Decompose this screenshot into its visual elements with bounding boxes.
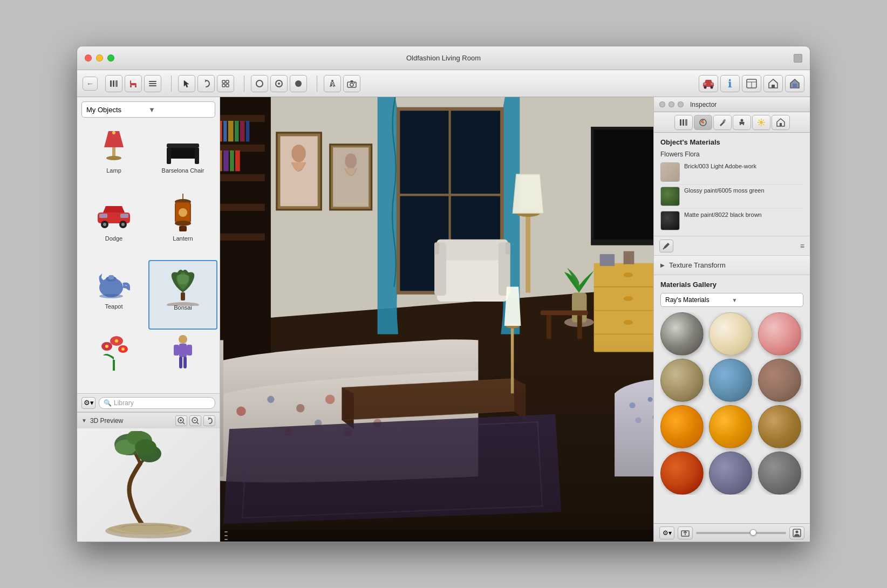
preview-collapse-icon[interactable]: ▼ bbox=[81, 418, 87, 423]
dodge-thumb bbox=[92, 196, 135, 234]
fullscreen-button[interactable] bbox=[794, 54, 802, 63]
house2-button[interactable] bbox=[785, 75, 804, 92]
gear-button[interactable]: ⚙▾ bbox=[81, 397, 95, 409]
gallery-ball-2[interactable] bbox=[709, 312, 752, 355]
inspector-person-button[interactable] bbox=[789, 527, 804, 539]
walk-button[interactable] bbox=[324, 75, 341, 92]
gallery-ball-10[interactable] bbox=[660, 452, 704, 495]
material-item-green[interactable]: Glossy paint/6005 moss green bbox=[660, 184, 803, 209]
inspector-tab-library[interactable] bbox=[674, 115, 693, 130]
zoom-out-button[interactable] bbox=[189, 415, 201, 426]
maximize-button[interactable] bbox=[107, 54, 114, 61]
gallery-ball-6[interactable] bbox=[758, 359, 801, 402]
chair-button[interactable] bbox=[125, 75, 142, 92]
svg-rect-97 bbox=[220, 234, 265, 241]
svg-point-110 bbox=[291, 145, 305, 162]
rotate-preview-button[interactable] bbox=[203, 415, 215, 426]
center-3d-view[interactable] bbox=[220, 97, 653, 542]
gallery-ball-8[interactable] bbox=[709, 405, 752, 448]
svg-rect-121 bbox=[451, 112, 498, 193]
rotate-tool[interactable] bbox=[197, 75, 215, 92]
gallery-dropdown[interactable]: Ray's Materials ▼ bbox=[660, 293, 803, 307]
inspector-close-btn[interactable] bbox=[659, 101, 665, 107]
app-window: Oldfashion Living Room ← bbox=[77, 46, 810, 542]
minimize-button[interactable] bbox=[96, 54, 103, 61]
svg-rect-2 bbox=[115, 80, 118, 87]
toolbar: ← bbox=[77, 70, 810, 97]
svg-rect-70 bbox=[187, 345, 192, 355]
inspector-title: Inspector bbox=[690, 101, 717, 108]
gallery-ball-7[interactable] bbox=[660, 405, 704, 448]
object-item-bonsai[interactable]: Bonsai bbox=[148, 260, 217, 330]
size-slider-thumb[interactable] bbox=[750, 529, 756, 536]
view-bottom-bar bbox=[220, 530, 653, 542]
search-box[interactable]: 🔍 Library bbox=[99, 397, 215, 409]
render-dot-button[interactable] bbox=[270, 75, 288, 92]
svg-rect-37 bbox=[167, 148, 199, 159]
objects-grid: Lamp Barselona Chair bbox=[77, 122, 220, 393]
svg-point-57 bbox=[99, 294, 123, 298]
camera-button[interactable] bbox=[343, 75, 360, 92]
car-icon-button[interactable] bbox=[699, 75, 718, 92]
house-button[interactable] bbox=[763, 75, 783, 92]
svg-rect-99 bbox=[223, 121, 227, 141]
inspector-max-btn[interactable] bbox=[678, 101, 684, 107]
inspector-tab-material[interactable] bbox=[694, 115, 712, 130]
material-item-brick[interactable]: Brick/003 Light Adobe-work bbox=[660, 160, 803, 184]
object-item-lantern[interactable]: Lantern bbox=[148, 192, 217, 260]
gallery-ball-9[interactable] bbox=[758, 405, 801, 448]
materials-gallery-section: Materials Gallery Ray's Materials ▼ bbox=[654, 275, 810, 498]
gallery-ball-3[interactable] bbox=[758, 312, 801, 355]
objects-dropdown[interactable]: My Objects ▼ bbox=[81, 101, 215, 118]
size-slider[interactable] bbox=[696, 532, 786, 534]
svg-point-21 bbox=[354, 83, 355, 84]
render-fill-button[interactable] bbox=[290, 75, 307, 92]
object-item-chair[interactable]: Barselona Chair bbox=[148, 124, 217, 192]
transform-tools-group bbox=[178, 75, 234, 92]
inspector-gear-button[interactable]: ⚙▾ bbox=[659, 527, 674, 539]
zoom-in-button[interactable] bbox=[175, 415, 187, 426]
object-item-teapot[interactable]: Teapot bbox=[79, 260, 148, 330]
info-button[interactable]: ℹ bbox=[720, 75, 740, 92]
teapot-thumb bbox=[92, 264, 135, 302]
gallery-ball-11[interactable] bbox=[709, 452, 752, 495]
gallery-ball-5[interactable] bbox=[709, 359, 752, 402]
object-item-flowers[interactable] bbox=[79, 330, 148, 391]
gallery-ball-12[interactable] bbox=[758, 452, 801, 495]
gallery-ball-4[interactable] bbox=[660, 359, 704, 402]
object-item-lamp[interactable]: Lamp bbox=[79, 124, 148, 192]
inspector-import-button[interactable] bbox=[678, 527, 693, 539]
snap-tool[interactable] bbox=[217, 75, 234, 92]
preview-area bbox=[77, 428, 220, 542]
inspector-tab-room[interactable] bbox=[772, 115, 790, 130]
tools-menu-icon[interactable]: ≡ bbox=[800, 242, 804, 250]
material-name-brick: Brick/003 Light Adobe-work bbox=[684, 162, 803, 170]
svg-rect-106 bbox=[230, 151, 234, 171]
material-thumb-black bbox=[660, 211, 680, 230]
svg-rect-105 bbox=[223, 151, 229, 171]
inspector-tab-figure[interactable] bbox=[733, 115, 751, 130]
material-item-black[interactable]: Matte paint/8022 black brown bbox=[660, 209, 803, 233]
object-item-figure[interactable] bbox=[148, 330, 217, 391]
svg-line-182 bbox=[759, 120, 760, 121]
back-button[interactable]: ← bbox=[83, 77, 98, 91]
object-item-dodge[interactable]: Dodge bbox=[79, 192, 148, 260]
list-view-button[interactable] bbox=[144, 75, 161, 92]
inspector-tab-edit[interactable] bbox=[713, 115, 732, 130]
inspector-min-btn[interactable] bbox=[668, 101, 674, 107]
window-view-button[interactable] bbox=[742, 75, 761, 92]
gallery-title: Materials Gallery bbox=[660, 281, 803, 289]
svg-line-175 bbox=[740, 122, 740, 125]
gallery-grid bbox=[660, 312, 803, 495]
gallery-ball-1[interactable] bbox=[660, 312, 704, 355]
render-off-button[interactable] bbox=[251, 75, 268, 92]
eyedropper-button[interactable] bbox=[659, 240, 673, 252]
cursor-tool[interactable] bbox=[178, 75, 195, 92]
texture-transform-row[interactable]: ▶ Texture Transform bbox=[654, 256, 810, 275]
inspector-tab-light[interactable] bbox=[752, 115, 770, 130]
resize-handle[interactable] bbox=[224, 531, 228, 540]
library-button[interactable] bbox=[105, 75, 122, 92]
close-button[interactable] bbox=[85, 54, 92, 61]
svg-rect-10 bbox=[222, 80, 225, 83]
svg-rect-11 bbox=[226, 80, 229, 83]
